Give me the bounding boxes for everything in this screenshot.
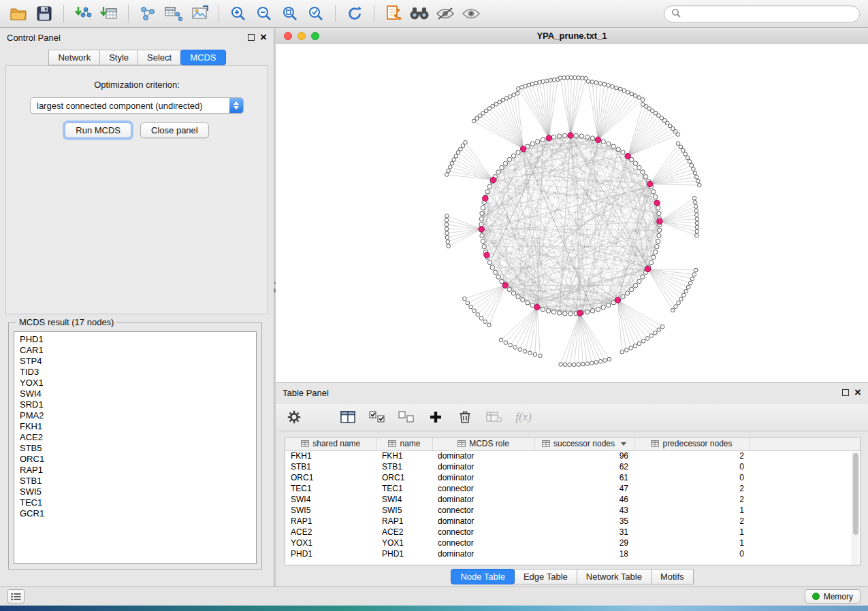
- table-row[interactable]: RAP1RAP1dominator352: [285, 516, 861, 527]
- add-column-icon[interactable]: [427, 409, 445, 425]
- table-cell: FKH1: [376, 450, 432, 461]
- table-row[interactable]: PHD1PHD1dominator180: [285, 548, 861, 559]
- float-table-panel-icon[interactable]: [842, 389, 849, 396]
- column-header-predecessor-nodes[interactable]: predecessor nodes: [634, 437, 750, 450]
- column-header-name[interactable]: name: [376, 437, 432, 450]
- table-cell: 2: [634, 516, 750, 527]
- table-cell: RAP1: [376, 516, 432, 527]
- export-document-icon[interactable]: [383, 4, 404, 23]
- mcds-result-item[interactable]: YOX1: [14, 378, 256, 389]
- mcds-result-title: MCDS result (17 nodes): [16, 317, 116, 327]
- refresh-icon[interactable]: [344, 4, 365, 23]
- zoom-selected-icon[interactable]: [306, 4, 326, 23]
- network-view[interactable]: [276, 44, 868, 383]
- binoculars-icon[interactable]: [409, 4, 430, 23]
- deselect-all-rows-icon[interactable]: [398, 409, 415, 425]
- export-image-icon[interactable]: [189, 4, 210, 23]
- memory-button[interactable]: Memory: [805, 589, 861, 604]
- memory-status-icon: [812, 593, 820, 600]
- import-table-file-icon[interactable]: [99, 4, 119, 23]
- table-row[interactable]: SWI5SWI5connector431: [285, 505, 861, 516]
- tab-style[interactable]: Style: [99, 50, 138, 65]
- mcds-result-item[interactable]: GCR1: [14, 508, 256, 519]
- run-mcds-button[interactable]: Run MCDS: [65, 122, 131, 138]
- close-table-panel-icon[interactable]: ×: [854, 389, 861, 396]
- tab-edge-table[interactable]: Edge Table: [514, 569, 577, 584]
- table-row[interactable]: ORC1ORC1dominator610: [285, 472, 861, 483]
- table-cell: dominator: [432, 450, 534, 461]
- zoom-fit-icon[interactable]: [280, 4, 300, 23]
- mcds-result-item[interactable]: STB5: [14, 443, 256, 454]
- mcds-result-item[interactable]: FKH1: [14, 421, 256, 432]
- tab-select[interactable]: Select: [138, 50, 181, 65]
- tab-mcds[interactable]: MCDS: [180, 50, 225, 65]
- show-all-icon[interactable]: [461, 4, 481, 23]
- table-row[interactable]: SWI4SWI4dominator462: [285, 494, 861, 505]
- mcds-result-item[interactable]: SRD1: [14, 399, 256, 410]
- float-panel-icon[interactable]: [248, 34, 255, 41]
- task-history-button[interactable]: [7, 589, 25, 604]
- mcds-result-item[interactable]: TEC1: [14, 497, 256, 508]
- tab-node-table[interactable]: Node Table: [451, 569, 515, 584]
- table-row[interactable]: STB1STB1dominator620: [285, 461, 861, 472]
- scrollbar-thumb[interactable]: [853, 453, 858, 535]
- table-row[interactable]: FKH1FKH1dominator962: [285, 450, 861, 461]
- select-all-rows-icon[interactable]: [368, 409, 386, 425]
- delete-column-icon[interactable]: [456, 409, 474, 425]
- toolbar-separator: [374, 5, 374, 22]
- mcds-result-item[interactable]: RAP1: [14, 465, 256, 476]
- table-row[interactable]: ACE2ACE2connector311: [285, 527, 861, 538]
- table-cell: ORC1: [376, 472, 432, 483]
- mcds-result-item[interactable]: SWI5: [14, 486, 256, 497]
- mcds-result-list[interactable]: PHD1CAR1STP4TID3YOX1SWI4SRD1PMA2FKH1ACE2…: [14, 331, 257, 564]
- network-titlebar[interactable]: YPA_prune.txt_1: [276, 29, 868, 44]
- column-header-successor-nodes[interactable]: successor nodes: [534, 437, 634, 450]
- show-columns-icon[interactable]: [339, 409, 357, 425]
- function-builder-icon[interactable]: f(x): [515, 409, 532, 425]
- mcds-result-item[interactable]: TID3: [14, 367, 256, 378]
- network-from-table-icon[interactable]: [163, 4, 184, 23]
- table-cell-filler: [750, 538, 861, 548]
- column-header-shared-name[interactable]: shared name: [285, 437, 376, 450]
- main-toolbar: [0, 0, 868, 28]
- mcds-result-item[interactable]: PHD1: [14, 334, 256, 345]
- table-cell: 43: [534, 505, 634, 516]
- zoom-in-icon[interactable]: [228, 4, 248, 23]
- open-folder-icon[interactable]: [8, 4, 29, 23]
- tab-motifs[interactable]: Motifs: [651, 569, 694, 584]
- table-row[interactable]: YOX1YOX1connector291: [285, 538, 861, 548]
- hide-selected-icon[interactable]: [435, 4, 455, 23]
- table-settings-gear-icon[interactable]: [285, 409, 303, 425]
- maximize-window-icon[interactable]: [311, 32, 319, 40]
- close-panel-icon[interactable]: ×: [260, 34, 267, 41]
- mcds-result-item[interactable]: SWI4: [14, 389, 256, 399]
- column-header-mcds-role[interactable]: MCDS role: [432, 437, 534, 450]
- mcds-result-item[interactable]: ACE2: [14, 432, 256, 443]
- network-canvas[interactable]: [276, 44, 868, 383]
- mcds-result-item[interactable]: PMA2: [14, 410, 256, 421]
- dropdown-stepper-icon: [229, 98, 243, 113]
- new-network-icon[interactable]: [138, 4, 158, 23]
- table-cell: 1: [634, 527, 750, 538]
- mcds-result-item[interactable]: CAR1: [14, 345, 256, 356]
- table-cell: 2: [634, 494, 750, 505]
- delete-table-icon[interactable]: [485, 409, 503, 425]
- table-cell-filler: [750, 548, 861, 559]
- mcds-result-item[interactable]: ORC1: [14, 454, 256, 465]
- minimize-window-icon[interactable]: [298, 32, 306, 40]
- import-network-file-icon[interactable]: [73, 4, 93, 23]
- tab-network-table[interactable]: Network Table: [577, 569, 652, 584]
- table-cell: YOX1: [285, 538, 376, 548]
- zoom-out-icon[interactable]: [254, 4, 274, 23]
- table-scrollbar[interactable]: [852, 452, 859, 565]
- save-icon[interactable]: [34, 4, 54, 23]
- tab-network[interactable]: Network: [48, 50, 100, 65]
- cytoscape-app: Control Panel × Network Style Select MCD…: [0, 0, 868, 611]
- mcds-result-item[interactable]: STB1: [14, 476, 256, 486]
- table-row[interactable]: TEC1TEC1connector472: [285, 483, 861, 494]
- search-input[interactable]: [685, 9, 852, 19]
- close-panel-button[interactable]: Close panel: [140, 122, 209, 138]
- optimization-criterion-dropdown[interactable]: largest connected component (undirected): [30, 97, 244, 114]
- mcds-result-item[interactable]: STP4: [14, 356, 256, 367]
- close-window-icon[interactable]: [284, 32, 292, 40]
